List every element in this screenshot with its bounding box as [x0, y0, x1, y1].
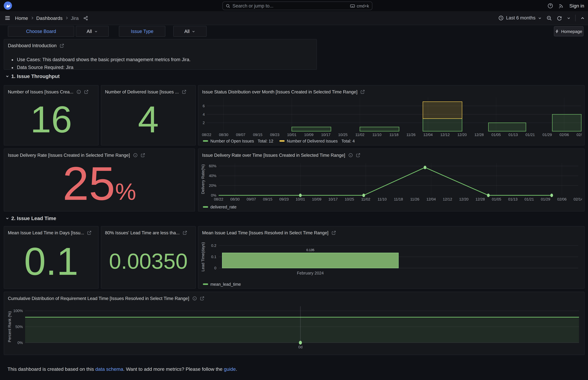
svg-text:Lead Time(days): Lead Time(days): [201, 242, 205, 271]
sign-in-button[interactable]: Sign in: [569, 3, 584, 8]
chevron-down-icon: [538, 16, 542, 20]
breadcrumb-jira[interactable]: Jira: [71, 15, 79, 21]
search-icon: [226, 4, 230, 8]
panel-title[interactable]: Mean Issue Lead Time [Issues Resolved in…: [202, 230, 328, 235]
external-link-icon[interactable]: [360, 90, 365, 94]
legend-item[interactable]: Number of Delivered IssuesTotal: 4: [279, 139, 355, 143]
chart-svg: 0%20%40%60%08/2208/3009/0709/1509/2310/0…: [201, 160, 582, 204]
svg-text:02/06: 02/06: [557, 197, 567, 201]
breadcrumb-home[interactable]: Home: [15, 15, 28, 21]
stat-lead-time-80: 0.00350: [101, 234, 195, 288]
svg-text:50%: 50%: [15, 324, 23, 329]
svg-text:100%: 100%: [13, 309, 23, 313]
status-distribution-plot[interactable]: 24608/2208/3009/0709/1509/2310/0110/0910…: [201, 95, 582, 138]
chart-legend: Number of Open IssuesTotal: 12Number of …: [203, 139, 355, 143]
zoom-out-icon[interactable]: [546, 15, 552, 21]
svg-text:02/06: 02/06: [559, 133, 569, 137]
external-link-icon[interactable]: [60, 43, 64, 48]
svg-text:10/17: 10/17: [321, 133, 330, 137]
refresh-interval-chevron-icon[interactable]: [567, 16, 571, 20]
svg-text:01/05: 01/05: [492, 197, 501, 201]
svg-text:6: 6: [203, 104, 205, 108]
external-link-icon[interactable]: [331, 231, 336, 235]
grafana-logo-icon[interactable]: [4, 1, 12, 10]
external-link-icon[interactable]: [200, 296, 204, 301]
mean-lead-time-plot[interactable]: 00.10.2Lead Time(days)0.135February 2024: [201, 238, 582, 282]
panel-title[interactable]: Issue Delivery Rate over Time [Issues Cr…: [202, 152, 345, 158]
svg-text:09/15: 09/15: [263, 197, 272, 201]
panel-title[interactable]: Dashboard Introduction: [8, 43, 57, 48]
breadcrumb: Home Dashboards Jira: [15, 15, 88, 21]
svg-text:09/23: 09/23: [279, 197, 289, 201]
panel-issue-status-distribution: Issue Status Distribution over Month [Is…: [198, 85, 585, 145]
svg-text:10/09: 10/09: [312, 197, 321, 201]
section-issue-lead-time[interactable]: 2. Issue Lead Time: [5, 216, 56, 221]
bolt-icon: [555, 29, 559, 33]
svg-text:02/14: 02/14: [577, 133, 582, 137]
info-icon[interactable]: [348, 153, 353, 157]
board-select[interactable]: All: [76, 26, 109, 37]
intro-bullet: Use Cases: This dashboard shows the basi…: [17, 57, 312, 62]
choose-board-button[interactable]: Choose Board: [8, 26, 74, 37]
intro-bullet: Data Source Required: Jira: [17, 65, 312, 70]
help-icon[interactable]: [548, 3, 553, 8]
stat-mean-lead-time: 0.1: [4, 234, 98, 288]
menu-icon[interactable]: [4, 15, 11, 21]
svg-text:01/13: 01/13: [508, 133, 518, 137]
chevron-right-icon: [65, 16, 69, 20]
svg-text:10/01: 10/01: [287, 133, 296, 137]
svg-text:0%: 0%: [211, 193, 216, 197]
stat-issues-delivered: 4: [101, 93, 195, 145]
panel-title[interactable]: Issue Status Distribution over Month [Is…: [202, 89, 358, 95]
svg-text:08/30: 08/30: [230, 197, 240, 201]
svg-text:12/12: 12/12: [440, 133, 450, 137]
svg-text:08/22: 08/22: [202, 133, 211, 137]
issue-type-select[interactable]: All: [173, 26, 207, 37]
stat-issues-created: 16: [4, 93, 98, 145]
legend-item[interactable]: delivered_rate: [203, 205, 237, 209]
homepage-button[interactable]: Homepage: [554, 26, 584, 36]
top-bar: Search or jump to... cmd+k Sign in: [0, 0, 588, 12]
guide-link[interactable]: guide: [224, 366, 236, 372]
svg-text:11/02: 11/02: [355, 133, 364, 137]
time-range-picker[interactable]: Last 6 months: [499, 15, 542, 20]
svg-text:0.2: 0.2: [211, 243, 216, 248]
svg-text:01/29: 01/29: [541, 197, 550, 201]
cumulative-distribution-plot[interactable]: 0%50%100%Percent Rank (%)0d: [6, 303, 582, 353]
news-rss-icon[interactable]: [558, 3, 564, 8]
legend-label: Number of Delivered Issues: [287, 139, 338, 143]
svg-text:11/10: 11/10: [372, 133, 381, 137]
chart-legend: mean_lead_time: [203, 282, 241, 286]
clock-icon: [499, 15, 504, 20]
svg-text:01/21: 01/21: [526, 133, 535, 137]
legend-item[interactable]: mean_lead_time: [203, 282, 241, 286]
chart-svg: 00.10.2Lead Time(days)0.135February 2024: [201, 238, 582, 282]
external-link-icon[interactable]: [356, 153, 360, 157]
nav-bar: Home Dashboards Jira Last 6 months: [0, 11, 588, 25]
svg-text:10/17: 10/17: [328, 197, 338, 201]
svg-text:01/21: 01/21: [525, 197, 534, 201]
collapse-chevron-up-icon[interactable]: [580, 16, 585, 20]
share-icon[interactable]: [83, 16, 88, 20]
section-issue-throughput[interactable]: 1. Issue Throughput: [5, 74, 60, 79]
grafana-dashboard: Search or jump to... cmd+k Sign in Home: [0, 0, 588, 380]
breadcrumb-dashboards[interactable]: Dashboards: [36, 15, 63, 21]
svg-text:09/07: 09/07: [236, 133, 245, 137]
issue-type-button[interactable]: Issue Type: [119, 26, 165, 37]
info-icon[interactable]: [192, 296, 197, 301]
panel-lead-time-80-percentile: 80% Issues' Lead Time are less tha... 0.…: [101, 226, 196, 289]
panel-title[interactable]: Cumulative Distribution of Requirement L…: [8, 296, 189, 301]
panel-mean-lead-time-chart: Mean Issue Lead Time [Issues Resolved in…: [198, 226, 585, 289]
search-input[interactable]: Search or jump to... cmd+k: [223, 1, 373, 10]
panel-dashboard-introduction: Dashboard Introduction Use Cases: This d…: [4, 39, 317, 70]
legend-item[interactable]: Number of Open IssuesTotal: 12: [203, 139, 273, 143]
svg-text:09/07: 09/07: [247, 197, 256, 201]
panel-number-of-issues: Number of Issues [Issues Crea... 16: [4, 85, 99, 145]
svg-text:0.135: 0.135: [306, 248, 314, 252]
refresh-icon[interactable]: [556, 15, 562, 21]
keyboard-icon: [350, 4, 355, 8]
delivery-rate-plot[interactable]: 0%20%40%60%08/2208/3009/0709/1509/2310/0…: [201, 160, 582, 204]
time-range-label: Last 6 months: [506, 15, 536, 20]
data-schema-link[interactable]: data schema: [95, 366, 123, 372]
svg-text:10/25: 10/25: [345, 197, 354, 201]
